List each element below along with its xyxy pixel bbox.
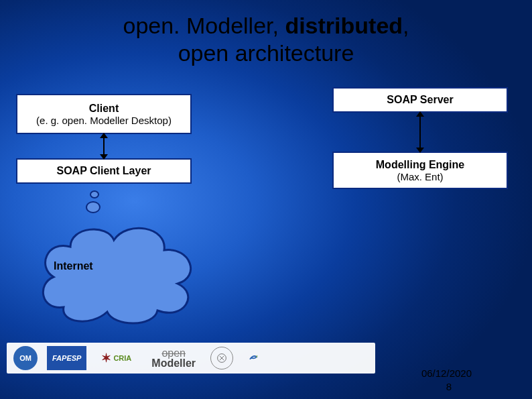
logo-circle-1 [210, 347, 233, 369]
engine-label: Modelling Engine [376, 159, 464, 171]
title-line1-b: distributed [285, 13, 403, 38]
footer-date: 06/12/2020 [421, 367, 472, 379]
logo-openmodeller: open Modeller [146, 346, 201, 370]
soap-server-label: SOAP Server [387, 94, 453, 106]
arrow-down-tip-2 [416, 148, 424, 153]
arrow-down-tip [100, 154, 108, 160]
engine-box: Modelling Engine (Max. Ent) [332, 152, 508, 189]
bubble-2 [86, 201, 101, 213]
internet-cloud: Internet [34, 217, 201, 327]
footer-page: 8 [446, 381, 452, 392]
logo-om: OM [13, 346, 38, 370]
soap-server-box: SOAP Server [332, 87, 508, 113]
logo-swirl [243, 346, 265, 370]
client-box: Client (e. g. open. Modeller Desktop) [16, 94, 192, 134]
soap-client-label: SOAP Client Layer [56, 165, 151, 177]
title-line1-a: open. Modeller, [123, 13, 285, 38]
arrow-up-tip [100, 133, 108, 138]
logo-fapesp: FAPESP [47, 346, 86, 370]
client-sub: (e. g. open. Modeller Desktop) [36, 115, 172, 126]
engine-sub: (Max. Ent) [397, 171, 443, 182]
arrow-up-tip-2 [416, 111, 424, 117]
arrow-server-engine-line [419, 114, 421, 150]
internet-label: Internet [54, 260, 93, 272]
bubble-1 [90, 190, 99, 198]
title-line2: open architecture [178, 40, 354, 66]
logo-cria: ✶CRIA [96, 346, 137, 370]
client-label: Client [89, 103, 119, 115]
soap-client-box: SOAP Client Layer [16, 158, 192, 184]
title-line1-c: , [403, 13, 409, 38]
slide-title: open. Modeller, distributed, open archit… [0, 0, 532, 67]
logo-strip: OM FAPESP ✶CRIA open Modeller [7, 343, 375, 374]
